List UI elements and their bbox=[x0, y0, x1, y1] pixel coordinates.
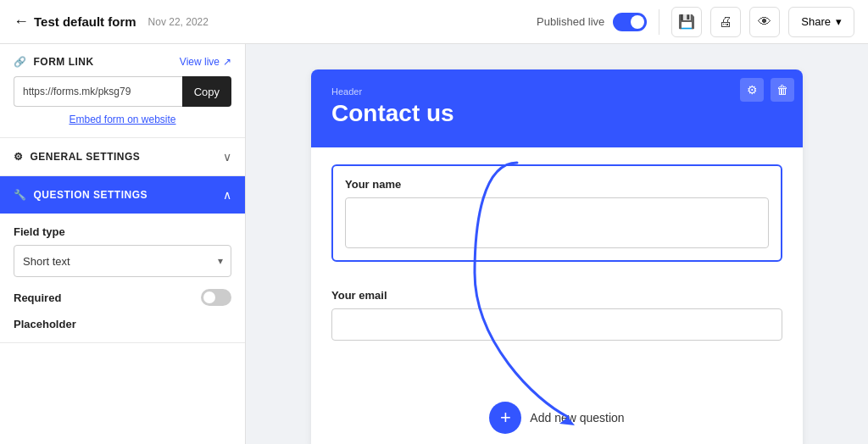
published-toggle[interactable] bbox=[613, 13, 647, 31]
add-question-button[interactable]: + bbox=[489, 402, 521, 434]
general-settings-header[interactable]: ⚙ GENERAL SETTINGS ∨ bbox=[0, 138, 245, 175]
question-settings-header[interactable]: 🔧 QUESTION SETTINGS ∧ bbox=[0, 176, 245, 214]
sidebar: 🔗 FORM LINK View live ↗ Copy Embed form … bbox=[0, 44, 246, 444]
preview-button[interactable]: 👁 bbox=[749, 7, 780, 37]
form-field-email[interactable]: Your email bbox=[331, 277, 782, 352]
field-email-label: Your email bbox=[331, 289, 782, 302]
back-button[interactable]: ← Test default form bbox=[14, 13, 136, 31]
form-field-name[interactable]: Your name bbox=[331, 164, 782, 262]
add-question-label: Add new question bbox=[530, 411, 624, 425]
topbar-divider bbox=[659, 9, 659, 35]
plus-icon: + bbox=[500, 407, 511, 429]
form-url-input[interactable] bbox=[14, 76, 182, 107]
share-button[interactable]: Share ▾ bbox=[788, 7, 854, 37]
field-name-input[interactable] bbox=[345, 197, 769, 248]
form-link-label: FORM LINK bbox=[34, 56, 94, 68]
add-question-area: + Add new question bbox=[311, 385, 803, 444]
question-settings-section: 🔧 QUESTION SETTINGS ∧ Field type Short t… bbox=[0, 176, 245, 343]
print-button[interactable]: 🖨 bbox=[710, 7, 741, 37]
header-delete-icon: 🗑 bbox=[776, 83, 788, 97]
form-link-section: 🔗 FORM LINK View live ↗ Copy Embed form … bbox=[0, 44, 245, 138]
form-title: Test default form bbox=[34, 14, 136, 29]
save-icon: 💾 bbox=[678, 14, 695, 30]
form-header-block: ⚙ 🗑 Header Contact us bbox=[311, 69, 803, 147]
form-preview: ⚙ 🗑 Header Contact us Your name bbox=[311, 69, 803, 444]
wrench-icon: 🔧 bbox=[14, 189, 27, 201]
question-settings-title: 🔧 QUESTION SETTINGS bbox=[14, 189, 147, 201]
field-type-label: Field type bbox=[14, 225, 231, 238]
back-arrow-icon: ← bbox=[14, 13, 29, 31]
field-name-label: Your name bbox=[345, 178, 769, 191]
topbar-left: ← Test default form Nov 22, 2022 bbox=[14, 13, 209, 31]
question-settings-chevron-icon: ∧ bbox=[223, 188, 231, 202]
share-chevron-icon: ▾ bbox=[836, 15, 842, 28]
topbar-right: Published live 💾 🖨 👁 Share ▾ bbox=[537, 7, 854, 37]
form-header-title: Contact us bbox=[331, 100, 782, 127]
general-settings-label: GENERAL SETTINGS bbox=[31, 151, 141, 163]
form-header-actions: ⚙ 🗑 bbox=[740, 78, 794, 102]
url-row: Copy bbox=[14, 76, 231, 107]
view-live-link[interactable]: View live ↗ bbox=[180, 56, 231, 68]
eye-icon: 👁 bbox=[758, 14, 771, 30]
question-settings-body: Field type Short text Long text Email Nu… bbox=[0, 214, 245, 342]
main-layout: 🔗 FORM LINK View live ↗ Copy Embed form … bbox=[0, 44, 868, 444]
general-settings-section: ⚙ GENERAL SETTINGS ∨ bbox=[0, 138, 245, 176]
published-label: Published live bbox=[537, 15, 604, 28]
required-label: Required bbox=[14, 291, 61, 304]
view-live-label: View live bbox=[180, 56, 220, 68]
placeholder-label: Placeholder bbox=[14, 318, 231, 330]
header-delete-button[interactable]: 🗑 bbox=[771, 78, 794, 102]
form-link-title: 🔗 FORM LINK bbox=[14, 56, 94, 68]
share-label: Share bbox=[801, 15, 831, 28]
print-icon: 🖨 bbox=[719, 14, 732, 30]
header-label: Header bbox=[331, 86, 782, 97]
copy-button[interactable]: Copy bbox=[182, 76, 231, 107]
header-settings-button[interactable]: ⚙ bbox=[740, 78, 764, 102]
form-date: Nov 22, 2022 bbox=[148, 16, 209, 28]
required-row: Required bbox=[14, 289, 231, 306]
content-area: ⚙ 🗑 Header Contact us Your name bbox=[246, 44, 868, 444]
save-button[interactable]: 💾 bbox=[671, 7, 702, 37]
header-settings-icon: ⚙ bbox=[747, 83, 758, 97]
embed-form-link[interactable]: Embed form on website bbox=[14, 114, 231, 125]
form-link-header: 🔗 FORM LINK View live ↗ bbox=[14, 56, 231, 68]
field-email-input[interactable] bbox=[331, 308, 782, 341]
link-icon: 🔗 bbox=[14, 56, 27, 68]
form-fields: Your name Your email bbox=[311, 147, 803, 385]
external-link-icon: ↗ bbox=[223, 56, 231, 68]
general-settings-chevron-icon: ∨ bbox=[223, 150, 231, 164]
question-settings-label: QUESTION SETTINGS bbox=[34, 189, 148, 201]
field-type-select-wrapper: Short text Long text Email Number Date ▾ bbox=[14, 245, 231, 277]
field-type-select[interactable]: Short text Long text Email Number Date bbox=[14, 245, 231, 277]
gear-icon: ⚙ bbox=[14, 151, 24, 163]
general-settings-title: ⚙ GENERAL SETTINGS bbox=[14, 151, 140, 163]
topbar: ← Test default form Nov 22, 2022 Publish… bbox=[0, 0, 868, 44]
required-toggle[interactable] bbox=[201, 289, 231, 306]
